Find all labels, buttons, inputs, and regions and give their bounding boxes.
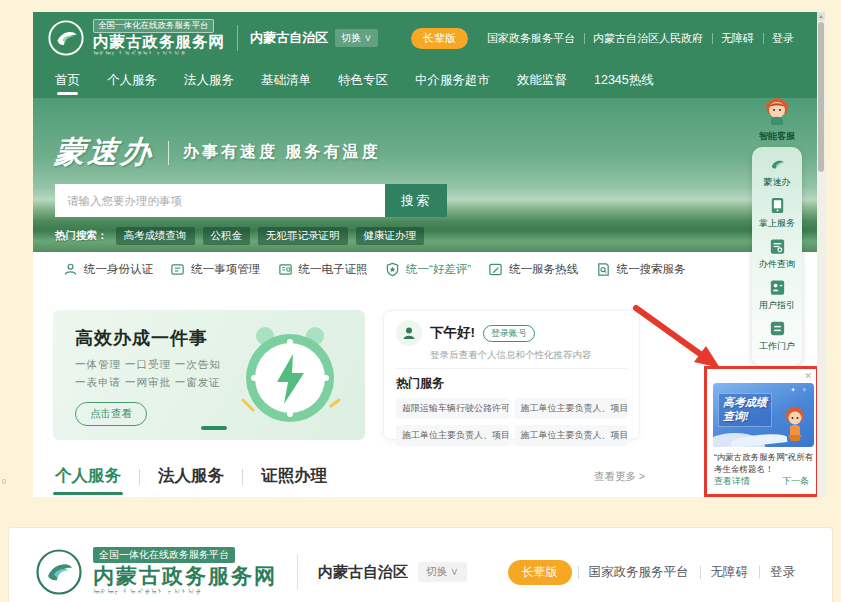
main-screenshot: 全国一体化在线政务服务平台 内蒙古政务服务网 ᠥᠪᠥᠷ ᠮᠣᠩᠭᠣᠯ ᠵᠠᠰᠠᠭ…	[33, 12, 825, 497]
site-logo-block: 全国一体化在线政务服务平台 内蒙古政务服务网 ᠥᠪᠥᠷ ᠮᠣᠩᠭᠣᠯ ᠵᠠᠰᠠᠭ	[47, 19, 225, 57]
identity-icon	[63, 262, 78, 277]
unified-services-strip: 统一身份认证 统一事项管理 统一电子证照 统一“好差评” 统一服务热线 统一搜索…	[33, 252, 817, 286]
unified-license[interactable]: 统一电子证照	[278, 262, 368, 277]
chevron-down-icon: ∨	[364, 32, 372, 43]
hot-search-item[interactable]: 高考成绩查询	[116, 227, 195, 245]
link-accessibility[interactable]: 无障碍	[700, 564, 760, 581]
annotation-highlight-box: ✕ ✦ ✧ 高考成绩 查询!	[704, 366, 819, 497]
link-login[interactable]: 登录	[759, 564, 806, 581]
nav-item-legal[interactable]: 法人服务	[184, 64, 234, 98]
promo-line2: 一表申请 一网审批 一窗发证	[75, 376, 221, 390]
unified-rating[interactable]: 统一“好差评”	[385, 262, 471, 277]
close-icon[interactable]: ✕	[804, 371, 812, 381]
elder-version-button[interactable]: 长辈版	[508, 560, 572, 585]
sparkle-decor: ✦ ✧	[790, 386, 809, 394]
user-avatar	[396, 320, 422, 346]
floating-side-menu: 智能客服 蒙速办 掌上服务 办件查询 用户指引	[749, 95, 805, 393]
mongolian-script: ᠥᠪᠥᠷ ᠮᠣᠩᠭᠣᠯ ᠵᠠᠰᠠᠭ	[93, 50, 223, 57]
pencil-square-icon	[488, 262, 503, 277]
mobile-phone-icon	[768, 196, 787, 215]
region-switch-button[interactable]: 切换 ∨	[335, 29, 378, 47]
smart-assistant-button[interactable]: 智能客服	[759, 95, 795, 143]
unified-search[interactable]: 统一搜索服务	[596, 262, 686, 277]
site-logo-block: 全国一体化在线政务服务平台 内蒙古政务服务网 ᠥᠪᠥᠷ ᠮᠣᠩᠭᠣᠯ ᠵᠠᠰᠠᠭ	[35, 547, 277, 597]
nav-item-home[interactable]: 首页	[55, 64, 80, 98]
promo-title: 高效办成一件事	[75, 326, 208, 350]
main-nav: 首页 个人服务 法人服务 基础清单 特色专区 中介服务超市 效能监督 12345…	[33, 64, 817, 98]
scroll-up-button[interactable]: ▲	[817, 12, 825, 21]
nav-item-personal[interactable]: 个人服务	[107, 64, 157, 98]
popup-banner-title: 高考成绩 查询!	[718, 393, 772, 427]
license-icon	[278, 262, 293, 277]
site-title: 内蒙古政务服务网	[93, 33, 225, 51]
document-search-icon	[768, 237, 787, 256]
link-login[interactable]: 登录	[763, 31, 803, 46]
unified-identity[interactable]: 统一身份认证	[63, 262, 153, 277]
search-input[interactable]	[55, 184, 385, 217]
cartoon-student-icon	[780, 405, 810, 443]
matters-icon	[170, 262, 185, 277]
popup-banner[interactable]: ✦ ✧ 高考成绩 查询!	[713, 383, 814, 447]
menu-mobile-services[interactable]: 掌上服务	[759, 196, 795, 230]
promo-view-button[interactable]: 点击查看	[75, 402, 147, 426]
tab-legal-services[interactable]: 法人服务	[156, 465, 226, 493]
site-header: 全国一体化在线政务服务平台 内蒙古政务服务网 ᠥᠪᠥᠷ ᠮᠣᠩᠭᠣᠯ ᠵᠠᠰᠠᠭ…	[33, 12, 817, 64]
hot-search-item[interactable]: 公积金	[203, 227, 251, 245]
elder-version-button[interactable]: 长辈版	[411, 28, 468, 49]
page-scrollbar: ▲	[817, 12, 825, 497]
promo-card[interactable]: 高效办成一件事 一体管理 一口受理 一次告知 一表申请 一网审批 一窗发证 点击…	[53, 310, 365, 440]
brand-calligraphy: 蒙速办	[53, 132, 156, 173]
menu-work-portal[interactable]: 工作门户	[759, 319, 795, 353]
link-accessibility[interactable]: 无障碍	[712, 31, 763, 46]
person-icon	[401, 325, 417, 341]
scrollbar-thumb[interactable]	[818, 22, 824, 172]
greeting-subtext: 登录后查看个人信息和个性化推荐内容	[430, 349, 627, 362]
link-national-platform[interactable]: 国家政务服务平台	[578, 564, 700, 581]
hero-banner: 蒙速办 办事有速度 服务有温度 搜索 热门搜索： 高考成绩查询 公积金 无犯罪记…	[33, 98, 817, 252]
tab-license-handling[interactable]: 证照办理	[259, 465, 329, 493]
nav-item-agency-market[interactable]: 中介服务超市	[415, 64, 490, 98]
hot-service-item[interactable]: 施工单位主要负责人、项目负责...	[515, 398, 628, 419]
nav-item-basic-list[interactable]: 基础清单	[261, 64, 311, 98]
hot-search-label: 热门搜索：	[55, 229, 108, 243]
link-national-platform[interactable]: 国家政务服务平台	[478, 31, 584, 46]
popup-next-link[interactable]: 下一条	[782, 475, 809, 488]
promo-line1: 一体管理 一口受理 一次告知	[75, 358, 221, 372]
menu-case-inquiry[interactable]: 办件查询	[759, 237, 795, 271]
chevron-down-icon: ∨	[450, 565, 459, 577]
hot-service-item[interactable]: 施工单位主要负责人、项目负责...	[396, 425, 509, 446]
unified-hotline[interactable]: 统一服务热线	[488, 262, 578, 277]
nav-item-hotline[interactable]: 12345热线	[594, 64, 654, 98]
hot-search-item[interactable]: 健康证办理	[356, 227, 425, 245]
user-guide-icon	[768, 278, 787, 297]
nav-item-efficiency[interactable]: 效能监督	[517, 64, 567, 98]
menu-mengsuban[interactable]: 蒙速办	[764, 155, 791, 189]
tab-personal-services[interactable]: 个人服务	[53, 465, 123, 493]
popup-message: “内蒙古政务服务网”祝所有考生金榜题名！	[714, 451, 816, 476]
hot-service-item[interactable]: 施工单位主要负责人、项目负责...	[515, 425, 628, 446]
menu-user-guide[interactable]: 用户指引	[759, 278, 795, 312]
hot-search-item[interactable]: 无犯罪记录证明	[258, 227, 348, 245]
mongolian-script: ᠥᠪᠥᠷ ᠮᠣᠩᠭᠣᠯ ᠵᠠᠰᠠᠭ	[93, 588, 277, 596]
clipped-artifact: 0	[2, 478, 6, 485]
header-divider	[237, 25, 238, 51]
mengsuban-logo-icon	[768, 155, 787, 174]
divider	[396, 368, 627, 369]
login-account-button[interactable]: 登录账号	[483, 325, 535, 342]
unified-matters[interactable]: 统一事项管理	[170, 262, 260, 277]
rating-badge-icon	[385, 262, 400, 277]
quick-menu-panel: 蒙速办 掌上服务 办件查询 用户指引 工作门户	[752, 147, 802, 366]
hot-service-item[interactable]: 超限运输车辆行驶公路许可（跨...	[396, 398, 509, 419]
page-canvas: 全国一体化在线政务服务平台 内蒙古政务服务网 ᠥᠪᠥᠷ ᠮᠣᠩᠭᠣᠯ ᠵᠠᠰᠠᠭ…	[0, 0, 841, 602]
site-logo-icon	[35, 548, 83, 596]
search-button[interactable]: 搜索	[385, 184, 447, 217]
services-tabs: 个人服务 法人服务 证照办理 查看更多 >	[53, 464, 645, 494]
nav-item-special-zone[interactable]: 特色专区	[338, 64, 388, 98]
popup-detail-link[interactable]: 查看详情	[714, 475, 750, 488]
view-more-link[interactable]: 查看更多 >	[594, 470, 645, 488]
region-name: 内蒙古自治区	[250, 29, 328, 47]
hero-slogan: 办事有速度 服务有温度	[183, 142, 380, 163]
region-switch-button[interactable]: 切换 ∨	[418, 562, 467, 582]
carousel-indicator	[201, 426, 227, 430]
link-regional-gov[interactable]: 内蒙古自治区人民政府	[584, 31, 712, 46]
